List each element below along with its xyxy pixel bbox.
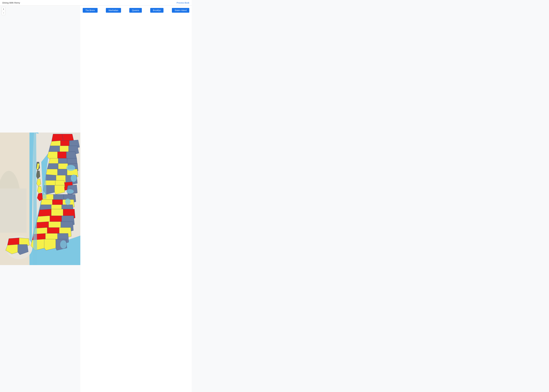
svg-point-78 <box>66 165 75 171</box>
zoom-out-button[interactable]: − <box>2 11 6 15</box>
borough-button-staten-island[interactable]: Staten Island <box>172 8 189 13</box>
right-panel: The Bronx Manhattan Queens Brooklyn Stat… <box>80 6 192 392</box>
borough-button-bronx[interactable]: The Bronx <box>83 8 98 13</box>
zoom-in-button[interactable]: + <box>2 7 6 11</box>
map-svg <box>0 6 80 392</box>
svg-point-80 <box>66 189 74 194</box>
main-layout: + − <box>0 6 192 392</box>
app-header: Dining With Remy Process Book <box>0 0 192 6</box>
svg-point-81 <box>65 198 71 205</box>
svg-point-82 <box>60 240 67 249</box>
content-area <box>83 15 189 390</box>
borough-button-brooklyn[interactable]: Brooklyn <box>150 8 164 13</box>
borough-button-queens[interactable]: Queens <box>129 8 142 13</box>
app-title: Dining With Remy <box>2 1 20 4</box>
zoom-controls: + − <box>1 7 6 15</box>
svg-rect-3 <box>0 189 27 233</box>
borough-button-manhattan[interactable]: Manhattan <box>106 8 121 13</box>
svg-point-79 <box>71 175 77 182</box>
borough-buttons-row: The Bronx Manhattan Queens Brooklyn Stat… <box>83 8 189 13</box>
process-book-link[interactable]: Process Book <box>177 2 189 4</box>
svg-marker-77 <box>42 162 46 199</box>
map-area: + − <box>0 6 80 392</box>
